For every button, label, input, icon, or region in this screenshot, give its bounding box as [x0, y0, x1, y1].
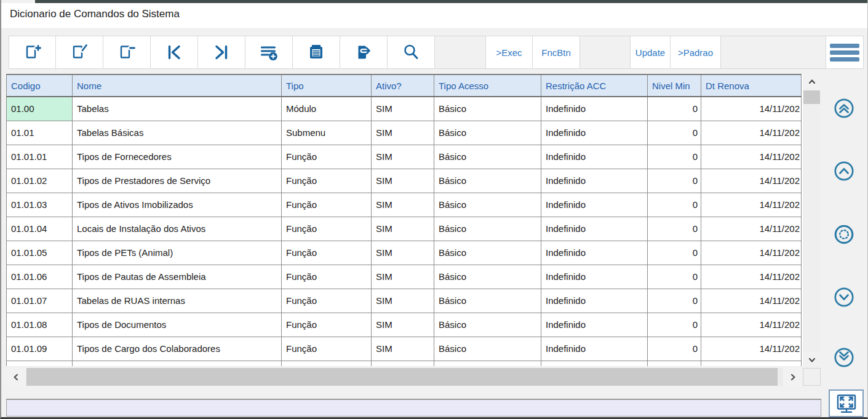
cell[interactable]	[282, 361, 372, 366]
cell[interactable]: Função	[282, 193, 372, 217]
cell[interactable]: Básico	[434, 241, 541, 265]
cell[interactable]: Indefinido	[541, 265, 648, 289]
cell[interactable]: Básico	[434, 313, 541, 337]
cell[interactable]: Indefinido	[541, 97, 648, 121]
cell[interactable]: Indefinido	[541, 241, 648, 265]
print-button[interactable]	[293, 36, 340, 69]
cell[interactable]: Indefinido	[541, 289, 648, 313]
cell[interactable]: 0	[648, 145, 701, 169]
cell[interactable]: 14/11/202	[701, 313, 802, 337]
column-header-tipo-acesso[interactable]: Tipo Acesso	[434, 74, 541, 97]
cell[interactable]: SIM	[372, 97, 434, 121]
cell[interactable]: 0	[648, 97, 701, 121]
cell[interactable]: Locais de Instalação dos Ativos	[73, 217, 282, 241]
cell[interactable]	[434, 361, 541, 366]
padrao-button[interactable]: >Padrao	[671, 36, 721, 69]
scrollbar-up-arrow[interactable]	[803, 74, 821, 90]
horizontal-scrollbar-thumb[interactable]	[26, 368, 778, 386]
horizontal-scrollbar[interactable]	[6, 368, 802, 386]
delete-record-button[interactable]	[103, 36, 151, 69]
expand-window-button[interactable]	[829, 389, 864, 417]
cell[interactable]: SIM	[372, 337, 434, 361]
locate-record-button[interactable]	[834, 224, 854, 245]
cell[interactable]: Função	[282, 217, 372, 241]
cell[interactable]: Função	[282, 145, 372, 169]
insert-list-button[interactable]	[245, 36, 293, 69]
scrollbar-left-arrow[interactable]	[6, 368, 26, 386]
cell[interactable]: Submenu	[282, 121, 372, 145]
scroll-up-button[interactable]	[834, 161, 854, 182]
cell[interactable]: 0	[648, 289, 701, 313]
exec-button[interactable]: >Exec	[486, 36, 533, 69]
cell[interactable]: Função	[282, 337, 372, 361]
cell[interactable]: Básico	[434, 265, 541, 289]
cell[interactable]: 14/11/202	[701, 193, 802, 217]
update-button[interactable]: Update	[631, 36, 671, 69]
cell[interactable]	[7, 361, 73, 366]
cell[interactable]: SIM	[372, 193, 434, 217]
cell[interactable]: SIM	[372, 217, 434, 241]
cell[interactable]	[701, 361, 802, 366]
cell[interactable]: 14/11/202	[701, 337, 802, 361]
cell[interactable]: SIM	[372, 145, 434, 169]
cell[interactable]: 0	[648, 265, 701, 289]
cell[interactable]: 0	[648, 217, 701, 241]
cell[interactable]: Função	[282, 169, 372, 193]
cell[interactable]: Tabelas	[73, 97, 282, 121]
cell[interactable]: Indefinido	[541, 337, 648, 361]
scroll-to-bottom-button[interactable]	[834, 347, 854, 368]
last-record-button[interactable]	[198, 36, 245, 69]
cell[interactable]: 01.01.02	[7, 169, 73, 193]
search-button[interactable]	[388, 36, 435, 69]
cell[interactable]: Básico	[434, 289, 541, 313]
cell[interactable]: Indefinido	[541, 313, 648, 337]
cell[interactable]: Tabelas Básicas	[73, 121, 282, 145]
cell[interactable]: 01.01.07	[7, 289, 73, 313]
cell[interactable]: Indefinido	[541, 121, 648, 145]
cell[interactable]: 01.01.03	[7, 193, 73, 217]
cell[interactable]: 01.01.01	[7, 145, 73, 169]
column-header-codigo[interactable]: Codigo	[7, 74, 73, 97]
cell[interactable]: Função	[282, 313, 372, 337]
cell[interactable]: Básico	[434, 337, 541, 361]
cell[interactable]: Função	[282, 289, 372, 313]
cell[interactable]: Indefinido	[541, 193, 648, 217]
cell[interactable]: 0	[648, 121, 701, 145]
cell[interactable]: 14/11/202	[701, 145, 802, 169]
cell[interactable]	[648, 361, 701, 366]
exit-button[interactable]	[340, 36, 388, 69]
cell[interactable]: Tipos de Fornecedores	[73, 145, 282, 169]
scrollbar-down-arrow[interactable]	[803, 352, 821, 368]
cell[interactable]: 01.01.08	[7, 313, 73, 337]
column-header-restri-o-acc[interactable]: Restrição ACC	[541, 74, 648, 97]
cell[interactable]: 14/11/202	[701, 289, 802, 313]
column-header-nome[interactable]: Nome	[73, 74, 282, 97]
column-header-dt-renova[interactable]: Dt Renova	[701, 74, 802, 97]
cell[interactable]: 01.01.09	[7, 337, 73, 361]
cell[interactable]: 0	[648, 241, 701, 265]
edit-record-button[interactable]	[56, 36, 103, 69]
first-record-button[interactable]	[151, 36, 198, 69]
cell[interactable]: 01.01	[7, 121, 73, 145]
column-header-ativo-[interactable]: Ativo?	[372, 74, 434, 97]
cell[interactable]: 01.00	[7, 97, 73, 121]
cell[interactable]: 01.01.04	[7, 217, 73, 241]
column-header-tipo[interactable]: Tipo	[282, 74, 372, 97]
cell[interactable]: Tipos de Prestadores de Serviço	[73, 169, 282, 193]
cell[interactable]: 0	[648, 193, 701, 217]
cell[interactable]: Tipos de Documentos	[73, 313, 282, 337]
cell[interactable]: 14/11/202	[701, 217, 802, 241]
cell[interactable]: 01.01.06	[7, 265, 73, 289]
cell[interactable]	[372, 361, 434, 366]
cell[interactable]: SIM	[372, 265, 434, 289]
cell[interactable]: SIM	[372, 313, 434, 337]
cell[interactable]: Básico	[434, 145, 541, 169]
cell[interactable]: SIM	[372, 241, 434, 265]
cell[interactable]: Básico	[434, 121, 541, 145]
cell[interactable]: Módulo	[282, 97, 372, 121]
cell[interactable]: SIM	[372, 121, 434, 145]
cell[interactable]: 14/11/202	[701, 169, 802, 193]
cell[interactable]: 0	[648, 313, 701, 337]
vertical-scrollbar[interactable]	[803, 74, 821, 368]
scrollbar-right-arrow[interactable]	[783, 368, 802, 386]
